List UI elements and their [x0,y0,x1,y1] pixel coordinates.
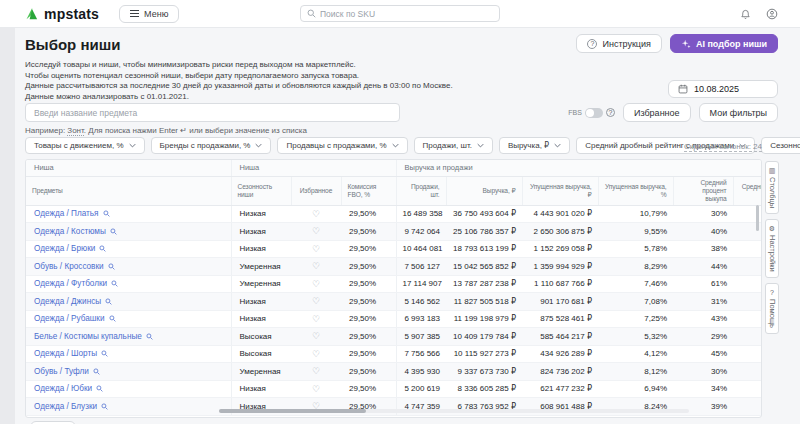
subject-link[interactable]: Белье / Костюмы купальные [34,332,142,341]
favorites-button[interactable]: Избранное [623,103,691,122]
magnifier-icon [111,280,118,287]
buyout-pct-cell: 31% [673,293,733,311]
revenue-cell: 11 199 198 979 ₽ [446,310,522,328]
notifications-button[interactable] [740,9,751,20]
table-row: Одежда / ДжинсыНизкая♡29,50%5 146 56211 … [26,293,762,311]
subject-link[interactable]: Одежда / Брюки [34,244,95,253]
vertical-scrollbar-thumb[interactable] [756,205,759,231]
ai-niche-button[interactable]: AI подбор ниши [670,34,778,53]
fbs-toggle[interactable] [585,108,603,118]
search-hint: Например: Зонт. Для поиска нажми Enter ↵… [25,126,307,135]
side-tab-help[interactable]: ?Помощь [765,283,779,334]
favorite-heart-icon[interactable]: ♡ [312,209,320,219]
lost-revenue-cell: 901 170 681 ₽ [522,293,598,311]
sales-cell: 5 907 385 [396,328,446,346]
horizontal-scrollbar-thumb[interactable] [219,409,366,413]
buyout-pct-cell: 43% [673,310,733,328]
instruction-button[interactable]: ? Инструкция [576,34,661,53]
favorite-heart-icon[interactable]: ♡ [312,366,320,376]
magnifier-icon [101,403,108,410]
subject-link[interactable]: Одежда / Джинсы [34,297,101,306]
sales-cell: 6 993 183 [396,310,446,328]
favorite-heart-icon[interactable]: ♡ [312,296,320,306]
revenue-cell: 36 750 493 604 ₽ [446,205,522,223]
subject-link[interactable]: Одежда / Шорты [34,349,97,358]
magnifier-icon [93,368,100,375]
column-header-7[interactable]: Упущенная выручка, ₽ [522,176,598,205]
subject-link[interactable]: Обувь / Кроссовки [34,262,104,271]
column-header-9[interactable]: Средний процент выкупа [673,176,733,205]
horizontal-scrollbar[interactable] [219,409,689,413]
filter-chip-1[interactable]: Товары с движением, % [25,137,145,154]
menu-button[interactable]: Меню [119,5,179,23]
my-filters-button[interactable]: Мои фильтры [699,103,778,122]
lost-revenue-pct-cell: 10,79% [598,205,673,223]
buyout-pct-cell: 45% [673,345,733,363]
commission-cell: 29,50% [341,275,396,293]
filter-chip-2[interactable]: Бренды с продажами, % [151,137,272,154]
filter-chip-4[interactable]: Продажи, шт. [414,137,493,154]
question-circle-icon: ? [587,39,597,49]
column-header-10[interactable]: Средний процент выкупа с учетом [733,176,762,205]
revenue-cell: 25 106 786 357 ₽ [446,223,522,241]
chevron-down-icon [477,143,484,148]
favorite-heart-icon[interactable]: ♡ [312,331,320,341]
favorite-heart-icon[interactable]: ♡ [312,384,320,394]
buyout-pct-cell: 44% [673,258,733,276]
lost-revenue-pct-cell: 4,12% [598,345,673,363]
column-header-2[interactable]: Сезонность ниши [231,176,291,205]
subject-link[interactable]: Одежда / Рубашки [34,314,105,323]
column-header-8[interactable]: Упущенная выручка, % [598,176,673,205]
subject-search-input[interactable] [25,103,400,122]
subject-link[interactable]: Обувь / Туфли [34,367,89,376]
lost-revenue-cell: 1 110 687 766 ₽ [522,275,598,293]
bell-icon [740,9,751,20]
column-header-1[interactable]: Предметы [26,176,231,205]
subject-link[interactable]: Одежда / Платья [34,209,99,218]
lost-revenue-cell: 1 152 269 058 ₽ [522,240,598,258]
column-header-4[interactable]: Комиссия FBO, % [341,176,396,205]
date-picker[interactable]: 10.08.2025 [668,80,778,98]
subject-link[interactable]: Одежда / Блузки [34,402,97,411]
brand-logo[interactable]: mpstats [24,6,99,22]
favorite-heart-icon[interactable]: ♡ [312,349,320,359]
filter-chip-7[interactable]: Сезонность ниши [761,137,800,154]
buyout-pct-cell: 30% [673,205,733,223]
lost-revenue-cell: 621 477 232 ₽ [522,380,598,398]
column-header-6[interactable]: Выручка, ₽ [446,176,522,205]
hidden-columns-link[interactable]: Скрытых колонок: 24 [684,142,762,152]
favorite-heart-icon[interactable]: ♡ [312,244,320,254]
favorite-heart-icon[interactable]: ♡ [312,261,320,271]
column-header-5[interactable]: Продажи, шт. [396,176,446,205]
subject-link[interactable]: Одежда / Юбки [34,384,92,393]
sku-search-input[interactable] [320,9,493,19]
magnifier-icon [99,245,106,252]
subject-link[interactable]: Одежда / Костюмы [34,227,106,236]
example-link[interactable]: Зонт [67,126,83,136]
sales-cell: 7 756 566 [396,345,446,363]
help-icon: ? [770,289,774,296]
account-button[interactable] [766,8,778,20]
favorite-heart-icon[interactable]: ♡ [312,314,320,324]
buyout-pct-cell: 29% [673,328,733,346]
lost-revenue-pct-cell: 9,55% [598,223,673,241]
seasonality-cell: Низкая [231,293,291,311]
chevron-down-icon [255,143,262,148]
side-tab-columns[interactable]: ▥Столбцы [765,161,779,214]
lost-revenue-cell: 4 443 901 020 ₽ [522,205,598,223]
fbs-help-icon[interactable]: ? [606,108,615,117]
filter-chip-3[interactable]: Продавцы с продажами, % [277,137,407,154]
column-header-3[interactable]: Избранное [291,176,341,205]
seasonality-cell: Умеренная [231,258,291,276]
table-row: Обувь / ТуфлиУмеренная♡29,50%4 395 9309 … [26,363,762,381]
favorite-heart-icon[interactable]: ♡ [312,279,320,289]
revenue-cell: 10 409 179 784 ₽ [446,328,522,346]
sales-cell: 17 114 907 [396,275,446,293]
subject-link[interactable]: Одежда / Футболки [34,279,107,288]
favorite-heart-icon[interactable]: ♡ [312,226,320,236]
commission-cell: 29,50% [341,205,396,223]
lost-revenue-pct-cell: 8,12% [598,363,673,381]
filter-chip-5[interactable]: Выручка, ₽ [499,137,570,154]
side-tab-settings[interactable]: ⚙Настройки [765,219,779,278]
commission-cell: 29,50% [341,258,396,276]
